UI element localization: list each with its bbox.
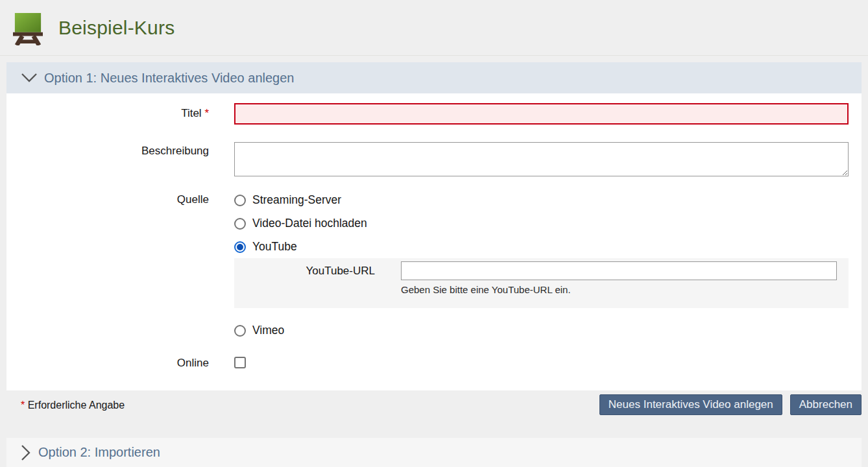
radio-icon[interactable] [234, 325, 246, 337]
youtube-url-input[interactable] [401, 261, 837, 280]
online-label: Online [6, 357, 234, 371]
beschreibung-label: Beschreibung [6, 142, 234, 176]
titel-label: Titel * [6, 103, 234, 125]
form-row-quelle: Quelle Streaming-Server Video-Datei hoch… [6, 193, 862, 337]
submit-button[interactable]: Neues Interaktives Video anlegen [599, 394, 782, 415]
quelle-label: Quelle [6, 193, 234, 337]
cancel-button[interactable]: Abbrechen [790, 394, 862, 415]
radio-option-youtube[interactable]: YouTube [234, 240, 849, 254]
required-asterisk: * [204, 107, 209, 119]
radio-option-video-datei-hochladen[interactable]: Video-Datei hochladen [234, 217, 849, 230]
page-title: Beispiel-Kurs [58, 17, 175, 39]
accordion-option2-label: Option 2: Importieren [38, 445, 160, 460]
course-easel-icon [13, 12, 43, 45]
radio-icon[interactable] [234, 218, 246, 230]
online-checkbox[interactable] [234, 357, 246, 368]
form-row-online: Online [6, 357, 862, 371]
new-video-form: Titel * Beschreibung Quelle Streaming-Se… [6, 93, 862, 390]
radio-icon-selected[interactable] [234, 241, 246, 253]
form-row-beschreibung: Beschreibung [6, 142, 862, 176]
form-row-titel: Titel * [6, 103, 862, 125]
accordion-option2-header[interactable]: Option 2: Importieren [6, 438, 862, 467]
page-header: Beispiel-Kurs [0, 0, 868, 56]
titel-input[interactable] [234, 103, 849, 125]
accordion-option1-header[interactable]: Option 1: Neues Interaktives Video anleg… [6, 62, 862, 93]
form-footer: * Erforderliche Angabe Neues Interaktive… [6, 394, 862, 415]
youtube-url-hint: Geben Sie bitte eine YouTube-URL ein. [401, 284, 849, 295]
accordion-option1-label: Option 1: Neues Interaktives Video anleg… [44, 71, 294, 86]
radio-option-streaming-server[interactable]: Streaming-Server [234, 193, 849, 207]
beschreibung-textarea[interactable] [234, 142, 849, 176]
required-note: * Erforderliche Angabe [6, 394, 125, 411]
youtube-url-label: YouTube-URL [234, 261, 401, 280]
chevron-down-icon [21, 73, 38, 83]
radio-icon[interactable] [234, 195, 246, 206]
chevron-right-icon [21, 444, 32, 461]
required-asterisk: * [21, 400, 25, 411]
youtube-url-subpanel: YouTube-URL Geben Sie bitte eine YouTube… [234, 258, 849, 308]
radio-option-vimeo[interactable]: Vimeo [234, 324, 849, 337]
